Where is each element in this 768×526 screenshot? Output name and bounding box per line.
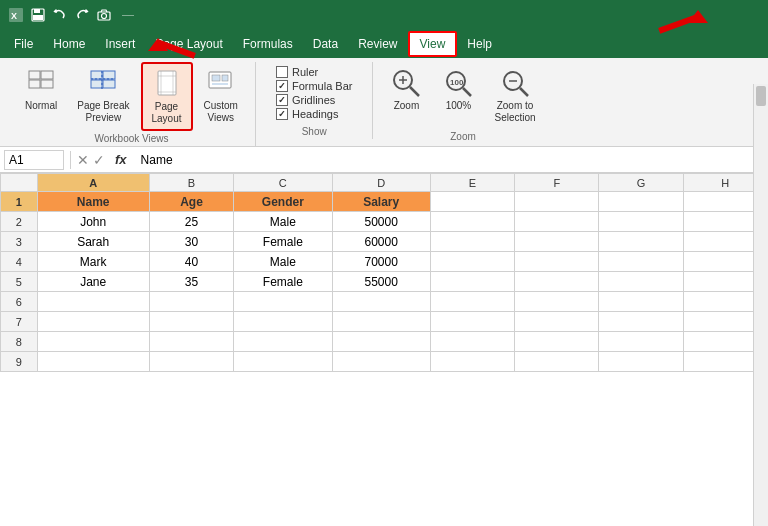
cell-a1[interactable]: Name: [37, 192, 149, 212]
col-header-a[interactable]: A: [37, 174, 149, 192]
cell-e7[interactable]: [430, 312, 514, 332]
confirm-formula-icon[interactable]: ✓: [93, 152, 105, 168]
cell-b6[interactable]: [149, 292, 233, 312]
cell-f5[interactable]: [515, 272, 599, 292]
camera-icon[interactable]: [96, 7, 112, 23]
col-header-b[interactable]: B: [149, 174, 233, 192]
cell-d6[interactable]: [332, 292, 430, 312]
headings-check[interactable]: Headings: [276, 108, 353, 120]
formula-bar-checkbox[interactable]: [276, 80, 288, 92]
cell-d4[interactable]: 70000: [332, 252, 430, 272]
menu-item-home[interactable]: Home: [43, 33, 95, 55]
col-header-e[interactable]: E: [430, 174, 514, 192]
col-header-g[interactable]: G: [599, 174, 683, 192]
zoom-100-button[interactable]: 100 100%: [433, 62, 483, 117]
fx-icon[interactable]: fx: [109, 152, 133, 167]
gridlines-check[interactable]: Gridlines: [276, 94, 353, 106]
headings-checkbox[interactable]: [276, 108, 288, 120]
menu-item-formulas[interactable]: Formulas: [233, 33, 303, 55]
cell-d2[interactable]: 50000: [332, 212, 430, 232]
gridlines-checkbox[interactable]: [276, 94, 288, 106]
cell-g2[interactable]: [599, 212, 683, 232]
cell-f3[interactable]: [515, 232, 599, 252]
cell-c7[interactable]: [234, 312, 332, 332]
cell-g4[interactable]: [599, 252, 683, 272]
cell-e1[interactable]: [430, 192, 514, 212]
ruler-check[interactable]: Ruler: [276, 66, 353, 78]
cell-reference[interactable]: A1: [4, 150, 64, 170]
menu-item-insert[interactable]: Insert: [95, 33, 145, 55]
cell-d1[interactable]: Salary: [332, 192, 430, 212]
cell-f9[interactable]: [515, 352, 599, 372]
cell-c9[interactable]: [234, 352, 332, 372]
cell-d3[interactable]: 60000: [332, 232, 430, 252]
redo-icon[interactable]: [74, 7, 90, 23]
cell-c5[interactable]: Female: [234, 272, 332, 292]
cell-f1[interactable]: [515, 192, 599, 212]
ruler-checkbox[interactable]: [276, 66, 288, 78]
cell-b3[interactable]: 30: [149, 232, 233, 252]
cell-e3[interactable]: [430, 232, 514, 252]
cell-f2[interactable]: [515, 212, 599, 232]
cell-a5[interactable]: Jane: [37, 272, 149, 292]
col-header-f[interactable]: F: [515, 174, 599, 192]
menu-item-help[interactable]: Help: [457, 33, 502, 55]
undo-icon[interactable]: [52, 7, 68, 23]
cell-b7[interactable]: [149, 312, 233, 332]
scrollbar-thumb[interactable]: [756, 86, 766, 106]
cell-c1[interactable]: Gender: [234, 192, 332, 212]
col-header-d[interactable]: D: [332, 174, 430, 192]
cancel-formula-icon[interactable]: ✕: [77, 152, 89, 168]
cell-e5[interactable]: [430, 272, 514, 292]
cell-a4[interactable]: Mark: [37, 252, 149, 272]
formula-bar-check[interactable]: Formula Bar: [276, 80, 353, 92]
cell-g3[interactable]: [599, 232, 683, 252]
cell-d8[interactable]: [332, 332, 430, 352]
cell-a7[interactable]: [37, 312, 149, 332]
cell-a6[interactable]: [37, 292, 149, 312]
cell-g6[interactable]: [599, 292, 683, 312]
zoom-button[interactable]: Zoom: [381, 62, 431, 117]
col-header-c[interactable]: C: [234, 174, 332, 192]
cell-c8[interactable]: [234, 332, 332, 352]
cell-e8[interactable]: [430, 332, 514, 352]
cell-f8[interactable]: [515, 332, 599, 352]
menu-item-page-layout[interactable]: Page Layout: [145, 33, 232, 55]
cell-c2[interactable]: Male: [234, 212, 332, 232]
cell-f7[interactable]: [515, 312, 599, 332]
menu-item-data[interactable]: Data: [303, 33, 348, 55]
cell-b2[interactable]: 25: [149, 212, 233, 232]
cell-c4[interactable]: Male: [234, 252, 332, 272]
cell-e9[interactable]: [430, 352, 514, 372]
cell-d5[interactable]: 55000: [332, 272, 430, 292]
cell-b5[interactable]: 35: [149, 272, 233, 292]
cell-b8[interactable]: [149, 332, 233, 352]
cell-e2[interactable]: [430, 212, 514, 232]
cell-a9[interactable]: [37, 352, 149, 372]
custom-views-button[interactable]: CustomViews: [195, 62, 247, 129]
menu-item-file[interactable]: File: [4, 33, 43, 55]
cell-c6[interactable]: [234, 292, 332, 312]
cell-g5[interactable]: [599, 272, 683, 292]
cell-b1[interactable]: Age: [149, 192, 233, 212]
cell-e6[interactable]: [430, 292, 514, 312]
cell-f4[interactable]: [515, 252, 599, 272]
cell-a8[interactable]: [37, 332, 149, 352]
cell-b4[interactable]: 40: [149, 252, 233, 272]
cell-c3[interactable]: Female: [234, 232, 332, 252]
scrollbar-vertical[interactable]: [753, 84, 768, 526]
cell-g9[interactable]: [599, 352, 683, 372]
cell-a2[interactable]: John: [37, 212, 149, 232]
cell-g1[interactable]: [599, 192, 683, 212]
page-layout-button[interactable]: PageLayout: [141, 62, 193, 131]
page-break-button[interactable]: Page BreakPreview: [68, 62, 138, 129]
menu-item-view[interactable]: View: [408, 31, 458, 57]
cell-f6[interactable]: [515, 292, 599, 312]
zoom-selection-button[interactable]: Zoom toSelection: [485, 62, 544, 129]
cell-g7[interactable]: [599, 312, 683, 332]
menu-item-review[interactable]: Review: [348, 33, 407, 55]
cell-a3[interactable]: Sarah: [37, 232, 149, 252]
normal-button[interactable]: Normal: [16, 62, 66, 117]
cell-e4[interactable]: [430, 252, 514, 272]
cell-b9[interactable]: [149, 352, 233, 372]
